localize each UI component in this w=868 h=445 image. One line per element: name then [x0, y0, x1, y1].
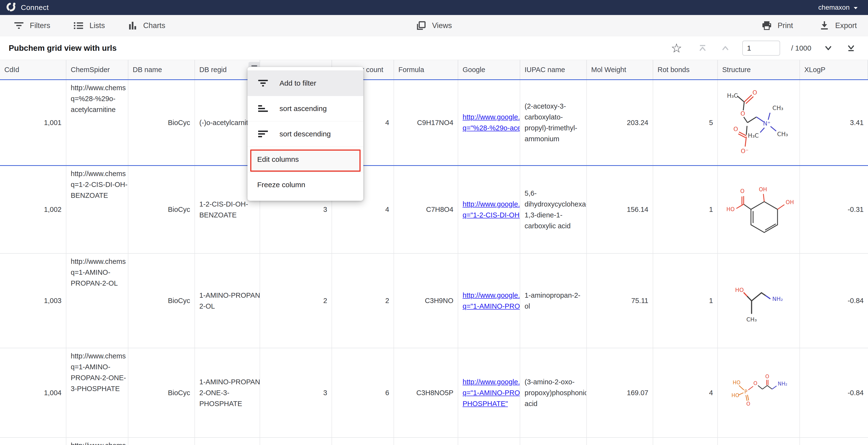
sort-ascending-icon: [257, 104, 271, 113]
cell-cdid: 1,003: [0, 254, 66, 348]
cell-formula: [394, 438, 458, 445]
svg-text:O: O: [752, 89, 757, 96]
svg-text:HO: HO: [726, 206, 735, 212]
column-context-menu: Add to filter sort ascending sort descen…: [248, 67, 363, 201]
column-header-google[interactable]: Google: [458, 60, 520, 79]
charts-button[interactable]: Charts: [128, 21, 165, 30]
download-icon: [819, 21, 829, 31]
favorite-star-icon[interactable]: ☆: [671, 42, 682, 55]
cell-iupac-name: 5,6- dihydroxycyclohexa- 1,3-diene-1- ca…: [520, 166, 587, 253]
cell-chemspider: http://www.chems q=1-AMINO- PROPAN-2-OL: [66, 254, 128, 348]
menu-item-sort-ascending[interactable]: sort ascending: [248, 96, 363, 121]
svg-text:H₃C: H₃C: [727, 92, 738, 99]
cell-google: [458, 438, 520, 445]
svg-text:O⁻: O⁻: [741, 147, 748, 155]
svg-text:OH: OH: [759, 186, 767, 193]
cell-structure: HO NH₂ CH₃: [718, 254, 800, 348]
column-header-xlogp[interactable]: XLogP: [800, 60, 868, 79]
column-header-rot-bonds[interactable]: Rot bonds: [653, 60, 718, 79]
cell-db-name: BioCyc: [128, 348, 195, 437]
cell-db-name: BioCyc: [128, 166, 195, 253]
pagination-controls: ☆ / 1000: [671, 41, 857, 56]
brand: Connect: [5, 1, 49, 13]
filters-button[interactable]: Filters: [14, 21, 50, 30]
views-label: Views: [432, 21, 452, 30]
cell-rot-bonds: 5: [653, 80, 718, 165]
bar-chart-icon: [128, 21, 137, 30]
first-page-button[interactable]: [697, 42, 708, 54]
cell-db-regid: [195, 438, 260, 445]
cell-iupac-name: (2-acetoxy-3- carboxylato- propyl)-trime…: [520, 80, 587, 165]
cell-rot-bonds: 4: [653, 348, 718, 437]
svg-text:O: O: [733, 126, 738, 133]
filters-label: Filters: [30, 21, 50, 30]
chevron-down-icon: [853, 4, 858, 11]
filter-icon: [14, 22, 24, 30]
column-header-formula[interactable]: Formula: [394, 60, 458, 79]
charts-label: Charts: [143, 21, 165, 30]
user-menu-button[interactable]: chemaxon: [818, 4, 858, 11]
top-app-bar: Connect chemaxon: [0, 0, 868, 15]
lists-label: Lists: [89, 21, 105, 30]
cell-db-regid: 1-AMINO-PROPAN- 2-OL: [195, 254, 260, 348]
next-page-button[interactable]: [823, 42, 834, 54]
cell-formula: C9H17NO4: [394, 80, 458, 165]
google-link[interactable]: http://www.google.c q="1-2-CIS-DI-OH-BE: [463, 199, 520, 220]
column-header-cdid[interactable]: CdId: [0, 60, 66, 79]
cell-structure: H₃C O O N⁺ CH₃ CH₃ H₃C O O⁻: [718, 80, 800, 165]
menu-item-sort-descending[interactable]: sort descending: [248, 121, 363, 146]
svg-text:O: O: [740, 110, 745, 117]
table-row[interactable]: 1,003 http://www.chems q=1-AMINO- PROPAN…: [0, 254, 868, 348]
cell-chemspider: http://www.chems q=%28-%29o- acetylcarni…: [66, 80, 128, 165]
cell-acceptor-count: 2: [332, 254, 394, 348]
cell-formula: C3H8NO5P: [394, 348, 458, 437]
page-number-input[interactable]: [742, 41, 780, 56]
cell-db-name: [128, 438, 195, 445]
table-row-partial[interactable]: http://www.chems: [0, 438, 868, 445]
svg-text:HO: HO: [732, 392, 739, 398]
print-icon: [762, 21, 772, 31]
column-header-iupac-name[interactable]: IUPAC name: [520, 60, 587, 79]
print-button[interactable]: Print: [762, 21, 793, 31]
svg-text:NH₂: NH₂: [778, 381, 787, 387]
google-link[interactable]: http://www.google.c q="%28-%29o-acety: [463, 112, 520, 134]
svg-text:O: O: [740, 188, 744, 194]
cell-chemspider: http://www.chems: [66, 438, 128, 445]
views-button[interactable]: Views: [416, 21, 452, 31]
cell-structure: HO HO P O O O NH₂: [718, 348, 800, 437]
google-link[interactable]: http://www.google.c q="1-AMINO-PROPA: [463, 290, 520, 312]
cell-db-regid: 1-AMINO-PROPAN- 2-ONE-3- PHOSPHATE: [195, 348, 260, 437]
table-row[interactable]: 1,004 http://www.chems q=1-AMINO- PROPAN…: [0, 348, 868, 438]
export-button[interactable]: Export: [819, 21, 857, 31]
menu-item-label: sort descending: [279, 130, 331, 138]
table-row[interactable]: 1,001 http://www.chems q=%28-%29o- acety…: [0, 80, 868, 166]
toolbar-right-group: Print Export: [762, 21, 857, 31]
previous-page-button[interactable]: [719, 42, 731, 54]
last-page-button[interactable]: [845, 42, 857, 54]
svg-text:CH₃: CH₃: [746, 316, 756, 322]
cell-formula: C3H9NO: [394, 254, 458, 348]
filter-icon: [257, 79, 271, 88]
column-header-structure[interactable]: Structure: [718, 60, 800, 79]
menu-item-edit-columns[interactable]: Edit columns: [248, 146, 363, 172]
lists-button[interactable]: Lists: [73, 21, 105, 30]
menu-item-label: Add to filter: [279, 79, 316, 87]
cell-mol-weight: 169.07: [587, 348, 653, 437]
cell-donor-count: 3: [260, 348, 332, 437]
column-header-db-name[interactable]: DB name: [128, 60, 195, 79]
menu-item-freeze-column[interactable]: Freeze column: [248, 172, 363, 197]
column-header-mol-weight[interactable]: Mol Weight: [587, 60, 653, 79]
cell-rot-bonds: [653, 438, 718, 445]
sort-descending-icon: [257, 130, 271, 138]
cell-cdid: 1,002: [0, 166, 66, 253]
cell-xlogp: -0.84: [800, 348, 868, 437]
menu-item-add-to-filter[interactable]: Add to filter: [248, 70, 363, 96]
google-link[interactable]: http://www.google.c q="1-AMINO-PROPA PHO…: [463, 377, 520, 409]
column-header-chemspider[interactable]: ChemSpider: [66, 60, 128, 79]
table-row[interactable]: 1,002 http://www.chems q=1-2-CIS-DI-OH- …: [0, 166, 868, 254]
cell-rot-bonds: 1: [653, 166, 718, 253]
svg-text:CH₃: CH₃: [777, 131, 788, 138]
cell-acceptor-count: [332, 438, 394, 445]
grid-header-row: CdId ChemSpider DB name DB regid Donor c…: [0, 60, 868, 80]
cell-mol-weight: 203.24: [587, 80, 653, 165]
